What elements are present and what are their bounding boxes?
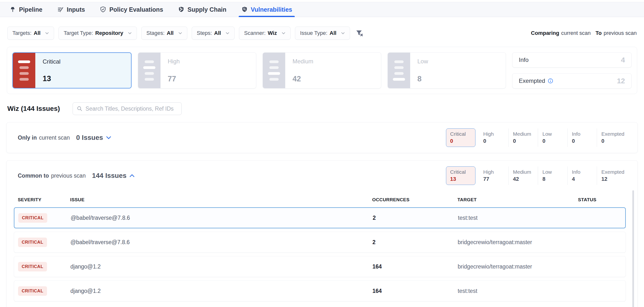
policy-evaluations-icon xyxy=(100,6,106,13)
filter-issue-type[interactable]: Issue Type: All xyxy=(295,26,350,40)
severity-card-exempted[interactable]: Exempted 12 xyxy=(512,73,632,88)
section-common-to-previous-scan: Common to previous scan 144 Issues Criti… xyxy=(6,160,638,307)
severity-label: Critical xyxy=(42,58,131,65)
info-icon[interactable] xyxy=(548,78,554,84)
chevron-down-icon xyxy=(106,136,111,139)
target-cell: bridgecrewio/terragoat:master xyxy=(458,239,578,246)
severity-card-low[interactable]: Low 8 xyxy=(388,52,506,88)
search-input[interactable] xyxy=(86,106,178,112)
chip-medium[interactable]: Medium 42 xyxy=(508,166,538,185)
table-row[interactable]: CRITICAL django@1.2 164 test:test xyxy=(14,280,626,302)
clear-filters-icon xyxy=(355,29,364,37)
chip-info[interactable]: Info 0 xyxy=(567,128,597,147)
tab-label: Policy Evaluations xyxy=(109,6,163,13)
issues-toggle[interactable]: 0 Issues xyxy=(76,134,112,142)
severity-count: 4 xyxy=(621,56,625,64)
filter-value: All xyxy=(34,30,40,36)
clear-filters-button[interactable] xyxy=(355,29,364,37)
chip-label: Critical xyxy=(450,131,475,137)
table-row[interactable]: CRITICAL django@1.2 164 bridgecrewio/ter… xyxy=(14,256,626,277)
filter-target-type[interactable]: Target Type: Repository xyxy=(58,26,137,40)
chip-high[interactable]: High 77 xyxy=(479,166,508,185)
severity-badge: CRITICAL xyxy=(18,262,47,272)
chip-label: High xyxy=(483,169,508,175)
tab-vulnerabilities[interactable]: Vulnerabilities xyxy=(240,2,293,17)
tab-label: Pipeline xyxy=(19,6,42,13)
filter-value: Repository xyxy=(95,30,123,36)
target-cell: test:test xyxy=(458,215,578,221)
chip-critical[interactable]: Critical 0 xyxy=(446,128,476,147)
severity-meter-icon xyxy=(388,53,410,88)
severity-card-critical[interactable]: Critical 13 xyxy=(12,52,132,88)
table-row[interactable]: CRITICAL @babel/traverse@7.8.6 2 bridgec… xyxy=(14,232,626,253)
section-title-rest: previous scan xyxy=(51,172,86,179)
tab-policy-evaluations[interactable]: Policy Evaluations xyxy=(99,2,164,17)
section-only-in-current-scan: Only in current scan 0 Issues Critical 0… xyxy=(6,122,638,153)
chip-info[interactable]: Info 4 xyxy=(567,166,597,185)
severity-badge: CRITICAL xyxy=(18,213,47,223)
severity-chip-group: Critical 13 High 77 Medium 42 Low 8 Info… xyxy=(446,166,626,185)
chip-high[interactable]: High 0 xyxy=(479,128,508,147)
severity-meter-icon xyxy=(263,53,285,88)
filter-label: Steps: xyxy=(197,30,212,36)
search-box xyxy=(72,102,182,115)
issues-count: 0 Issues xyxy=(76,134,103,142)
filter-label: Stages: xyxy=(146,30,165,36)
column-header-target: TARGET xyxy=(458,197,578,202)
chip-label: Low xyxy=(542,131,567,137)
target-cell: bridgecrewio/terragoat:master xyxy=(458,264,578,270)
chip-count: 42 xyxy=(513,176,538,182)
issues-toggle[interactable]: 144 Issues xyxy=(92,172,135,180)
filter-stages[interactable]: Stages: All xyxy=(141,26,187,40)
tab-pipeline[interactable]: Pipeline xyxy=(8,2,43,17)
chip-label: Info xyxy=(572,131,597,137)
search-icon xyxy=(77,106,82,112)
filter-label: Issue Type: xyxy=(300,30,327,36)
tab-label: Inputs xyxy=(67,6,85,13)
tab-bar: Pipeline Inputs Policy Evaluations Suppl… xyxy=(0,2,644,17)
target-cell: test:test xyxy=(458,288,578,294)
tab-label: Supply Chain xyxy=(188,6,226,13)
column-header-severity: SEVERITY xyxy=(18,197,70,202)
issue-rows: CRITICAL @babel/traverse@7.8.6 2 test:te… xyxy=(6,207,638,307)
filter-scanner[interactable]: Scanner: Wiz xyxy=(239,26,290,40)
column-header-issue: ISSUE xyxy=(70,197,372,202)
issue-cell: django@1.2 xyxy=(70,264,372,270)
filter-label: Targets: xyxy=(12,30,32,36)
chip-medium[interactable]: Medium 0 xyxy=(508,128,538,147)
chip-low[interactable]: Low 8 xyxy=(538,166,567,185)
chip-label: High xyxy=(483,131,508,137)
chip-label: Medium xyxy=(513,169,538,175)
severity-count: 12 xyxy=(617,77,625,85)
severity-label: Medium xyxy=(292,58,381,65)
chip-count: 12 xyxy=(602,176,626,182)
chip-exempted[interactable]: Exempted 0 xyxy=(597,128,626,147)
section-title: Common to previous scan xyxy=(18,172,86,179)
filter-targets[interactable]: Targets: All xyxy=(7,26,54,40)
chevron-down-icon xyxy=(341,32,345,34)
severity-meter-icon xyxy=(13,53,35,88)
supply-chain-icon xyxy=(178,6,185,13)
severity-card-info[interactable]: Info 4 xyxy=(512,52,632,68)
filter-steps[interactable]: Steps: All xyxy=(192,26,235,40)
section-title-rest: current scan xyxy=(39,134,70,141)
severity-card-high[interactable]: High 77 xyxy=(138,52,256,88)
tab-inputs[interactable]: Inputs xyxy=(56,2,86,17)
severity-count: 77 xyxy=(168,74,256,83)
column-header-status: STATUS xyxy=(578,197,638,202)
comparing-previous: previous scan xyxy=(604,30,637,36)
severity-summary-panel: Critical 13 High 77 Medium 42 Low 8 I xyxy=(7,47,637,94)
inputs-icon xyxy=(57,6,64,13)
chip-critical[interactable]: Critical 13 xyxy=(446,166,476,185)
chip-exempted[interactable]: Exempted 12 xyxy=(597,166,626,185)
table-row[interactable]: CRITICAL @babel/traverse@7.8.6 2 test:te… xyxy=(14,207,626,228)
issue-cell: @babel/traverse@7.8.6 xyxy=(71,215,373,221)
issue-cell: @babel/traverse@7.8.6 xyxy=(70,239,372,246)
tab-supply-chain[interactable]: Supply Chain xyxy=(177,2,228,17)
severity-label: Info xyxy=(519,56,528,63)
occurrences-cell: 2 xyxy=(373,215,458,221)
chip-low[interactable]: Low 0 xyxy=(538,128,567,147)
chevron-down-icon xyxy=(282,32,286,34)
vertical-scrollbar[interactable] xyxy=(632,190,634,307)
severity-card-medium[interactable]: Medium 42 xyxy=(262,52,381,88)
